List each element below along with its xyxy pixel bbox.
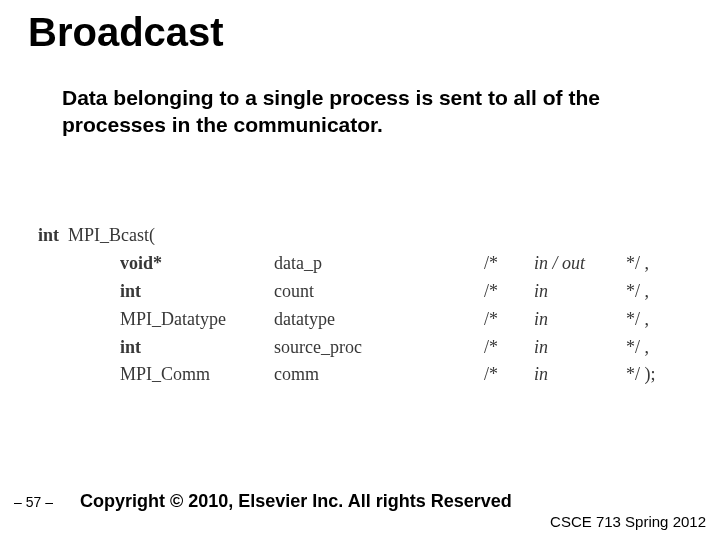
copyright-text: Copyright © 2010, Elsevier Inc. All righ… bbox=[80, 491, 512, 512]
slide: Broadcast Data belonging to a single pro… bbox=[0, 0, 720, 540]
page-number: – 57 – bbox=[14, 494, 53, 510]
code-param-dir: in / out bbox=[534, 250, 626, 278]
code-function-name: MPI_Bcast( bbox=[68, 225, 155, 245]
code-param-row: MPI_Datatypedatatype/*in*/ , bbox=[38, 306, 656, 334]
code-comment-open: /* bbox=[484, 250, 534, 278]
code-param-end: */ , bbox=[626, 278, 649, 306]
code-param-dir: in bbox=[534, 306, 626, 334]
code-param-end: */ , bbox=[626, 250, 649, 278]
code-param-dir: in bbox=[534, 334, 626, 362]
code-comment-open: /* bbox=[484, 361, 534, 389]
code-param-type: void* bbox=[120, 250, 274, 278]
code-return-type: int bbox=[38, 225, 59, 245]
code-param-row: intsource_proc/*in*/ , bbox=[38, 334, 656, 362]
code-comment-open: /* bbox=[484, 306, 534, 334]
code-param-end: */ , bbox=[626, 334, 649, 362]
page-title: Broadcast bbox=[28, 10, 224, 55]
code-param-name: comm bbox=[274, 361, 484, 389]
code-param-type: MPI_Datatype bbox=[120, 306, 274, 334]
code-block: int MPI_Bcast( void*data_p/*in / out*/ ,… bbox=[38, 222, 656, 389]
course-label: CSCE 713 Spring 2012 bbox=[550, 513, 706, 530]
code-comment-open: /* bbox=[484, 334, 534, 362]
code-param-type: MPI_Comm bbox=[120, 361, 274, 389]
code-param-type: int bbox=[120, 278, 274, 306]
code-comment-open: /* bbox=[484, 278, 534, 306]
code-signature-line: int MPI_Bcast( bbox=[38, 222, 656, 250]
code-param-row: intcount/*in*/ , bbox=[38, 278, 656, 306]
code-param-end: */ ); bbox=[626, 361, 656, 389]
code-param-end: */ , bbox=[626, 306, 649, 334]
code-param-name: source_proc bbox=[274, 334, 484, 362]
code-param-name: data_p bbox=[274, 250, 484, 278]
code-param-row: void*data_p/*in / out*/ , bbox=[38, 250, 656, 278]
code-param-name: datatype bbox=[274, 306, 484, 334]
slide-description: Data belonging to a single process is se… bbox=[62, 84, 672, 139]
code-param-type: int bbox=[120, 334, 274, 362]
code-param-dir: in bbox=[534, 278, 626, 306]
code-param-name: count bbox=[274, 278, 484, 306]
code-param-dir: in bbox=[534, 361, 626, 389]
code-param-row: MPI_Commcomm/*in*/ ); bbox=[38, 361, 656, 389]
